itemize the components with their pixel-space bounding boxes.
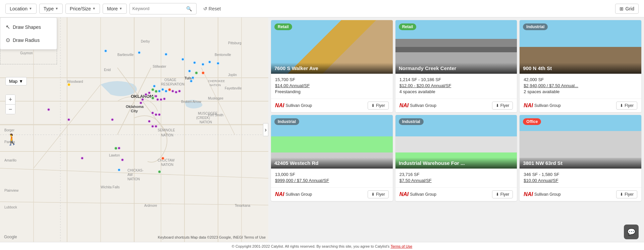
location-button[interactable]: Location ▼ xyxy=(5,4,37,14)
zoom-in-button[interactable]: + xyxy=(6,95,15,104)
property-extra: 2 spaces available xyxy=(524,89,637,94)
map-dot[interactable] xyxy=(208,60,211,64)
property-card[interactable]: Retail 7600 S Walker Ave 15,700 SF $14.0… xyxy=(271,20,393,112)
download-icon: ⬇ xyxy=(371,192,375,197)
keyword-input[interactable] xyxy=(132,6,186,11)
flyer-button[interactable]: ⬇ Flyer xyxy=(492,102,513,110)
map-dot[interactable] xyxy=(111,118,114,121)
chat-button[interactable]: 💬 xyxy=(624,225,639,239)
grid-button[interactable]: ⊞ Grid xyxy=(615,4,639,14)
flyer-label: Flyer xyxy=(625,192,634,197)
svg-text:Texarkana: Texarkana xyxy=(235,204,251,207)
property-image: Industrial 42405 Westech Rd xyxy=(271,115,393,169)
map-dot[interactable] xyxy=(154,113,158,116)
property-card[interactable]: Industrial 42405 Westech Rd 13,000 SF $9… xyxy=(271,115,393,201)
map-dot[interactable] xyxy=(104,49,107,53)
map-dot[interactable] xyxy=(201,71,205,75)
map-dot[interactable] xyxy=(174,90,178,94)
flyer-button[interactable]: ⬇ Flyer xyxy=(492,190,513,198)
property-card[interactable]: Industrial 900 N 4th St 42,000 SF $2,940… xyxy=(520,20,641,112)
google-logo: Google xyxy=(4,235,17,239)
type-button[interactable]: Type ▼ xyxy=(39,4,63,14)
map-dot[interactable] xyxy=(151,111,154,115)
zoom-controls: + − xyxy=(5,95,15,114)
broker-name: Sullivan Group xyxy=(410,103,436,108)
map-dot[interactable] xyxy=(154,95,158,98)
map-dot[interactable] xyxy=(156,98,159,101)
property-footer: NAI Sullivan Group ⬇ Flyer xyxy=(395,187,517,201)
map-dot[interactable] xyxy=(154,125,158,128)
flyer-button[interactable]: ⬇ Flyer xyxy=(368,102,389,110)
svg-text:Lawton: Lawton xyxy=(109,153,120,157)
broker-name: Sullivan Group xyxy=(410,192,436,197)
flyer-label: Flyer xyxy=(625,103,634,108)
map-dot[interactable] xyxy=(80,157,84,160)
map-dot[interactable] xyxy=(201,63,205,66)
map-dot[interactable] xyxy=(190,79,193,83)
map-dot[interactable] xyxy=(216,62,220,65)
map-dot[interactable] xyxy=(117,146,121,150)
map-dot[interactable] xyxy=(193,61,196,64)
property-price: $12.00 - $20.00 Annual/SF xyxy=(399,83,513,88)
svg-text:OSAGE: OSAGE xyxy=(164,78,176,82)
map-dot[interactable] xyxy=(144,93,148,96)
terms-of-use-link[interactable]: Terms of Use xyxy=(390,244,412,248)
map-dot[interactable] xyxy=(121,158,124,162)
svg-text:Fayetteville: Fayetteville xyxy=(225,86,242,90)
draw-radius-item[interactable]: ⊙ Draw Radius xyxy=(0,34,57,47)
map-dot[interactable] xyxy=(159,98,163,101)
map-dot[interactable] xyxy=(158,89,161,93)
property-card[interactable]: Retail Normandy Creek Center 1,214 SF - … xyxy=(395,20,517,112)
map-toggle[interactable]: Map ▼ xyxy=(5,77,27,85)
draw-shapes-item[interactable]: ↖ Draw Shapes xyxy=(0,20,57,34)
flyer-button[interactable]: ⬇ Flyer xyxy=(616,102,637,110)
map-dot[interactable] xyxy=(47,108,50,111)
flyer-button[interactable]: ⬇ Flyer xyxy=(368,190,389,198)
reset-button[interactable]: ↺ Reset xyxy=(199,4,225,13)
map-dot[interactable] xyxy=(191,76,195,79)
map-dot[interactable] xyxy=(163,97,166,101)
map-dot[interactable] xyxy=(141,98,144,101)
property-card[interactable]: Industrial Industrial Warehouse For ... … xyxy=(395,115,517,201)
map-dot[interactable] xyxy=(164,53,168,56)
map-dot[interactable] xyxy=(158,170,161,174)
property-card[interactable]: Office 3801 NW 63rd St 346 SF - 1,580 SF… xyxy=(520,115,641,201)
map-dot[interactable] xyxy=(161,157,165,160)
map-dot[interactable] xyxy=(161,88,164,91)
zoom-out-button[interactable]: − xyxy=(6,105,15,114)
map-dot[interactable] xyxy=(117,168,121,172)
map-dot[interactable] xyxy=(67,118,70,121)
map-dot[interactable] xyxy=(139,101,143,105)
map-dot[interactable] xyxy=(171,89,174,93)
map-dot[interactable] xyxy=(148,91,151,95)
cursor-icon: ↖ xyxy=(6,24,10,30)
property-sf: 23,716 SF xyxy=(399,172,513,177)
street-view-control[interactable]: 🚶 xyxy=(5,133,15,146)
broker-logo-mark: NAI xyxy=(524,191,533,197)
flyer-button[interactable]: ⬇ Flyer xyxy=(616,190,637,198)
price-size-chevron-icon: ▼ xyxy=(92,7,96,10)
map-dot[interactable] xyxy=(158,113,161,116)
property-sf: 15,700 SF xyxy=(275,77,389,82)
property-sf: 346 SF - 1,580 SF xyxy=(524,172,637,177)
map-dot[interactable] xyxy=(188,69,191,73)
more-button[interactable]: More ▼ xyxy=(103,4,127,14)
person-icon[interactable]: 🚶 xyxy=(5,133,15,146)
more-chevron-icon: ▼ xyxy=(119,7,122,10)
map-expand-arrow[interactable]: › xyxy=(263,123,268,136)
map-dot[interactable] xyxy=(178,89,181,93)
map-dot[interactable] xyxy=(138,51,141,54)
map-dot[interactable] xyxy=(67,83,71,86)
map-dot[interactable] xyxy=(151,125,154,128)
map-dot[interactable] xyxy=(195,71,198,75)
map-toggle-label: Map xyxy=(9,79,17,84)
svg-text:NATION: NATION xyxy=(127,177,140,181)
search-icon[interactable]: 🔍 xyxy=(186,6,192,11)
broker-logo-mark: NAI xyxy=(399,103,409,109)
map-dot[interactable] xyxy=(181,58,184,61)
map-dot[interactable] xyxy=(148,120,151,123)
flyer-label: Flyer xyxy=(500,103,509,108)
map-dot[interactable] xyxy=(164,89,168,93)
price-size-button[interactable]: Price/Size ▼ xyxy=(65,4,100,14)
map-dot[interactable] xyxy=(153,84,156,88)
